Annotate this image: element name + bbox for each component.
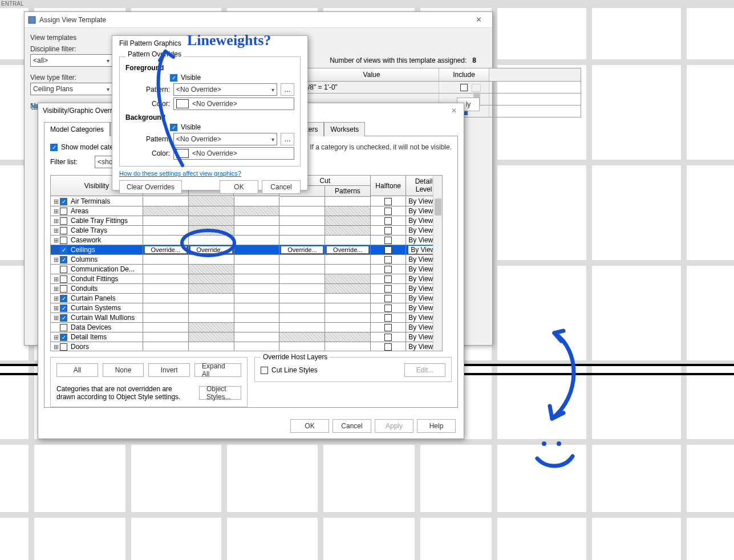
override-cell[interactable] — [189, 226, 234, 236]
halftone-checkbox[interactable] — [384, 285, 392, 293]
expand-icon[interactable]: ⊞ — [53, 246, 59, 254]
override-cell[interactable] — [325, 216, 371, 226]
halftone-cell[interactable] — [371, 284, 406, 294]
override-cell[interactable] — [279, 342, 325, 351]
category-checkbox[interactable] — [60, 217, 67, 225]
category-checkbox[interactable] — [60, 227, 67, 234]
expand-icon[interactable]: ⊞ — [53, 198, 59, 205]
edit-button[interactable]: Edit... — [404, 363, 445, 377]
override-cell[interactable] — [189, 284, 234, 294]
override-cell[interactable] — [189, 265, 234, 274]
expand-icon[interactable]: ⊞ — [53, 334, 59, 341]
category-checkbox[interactable] — [60, 285, 67, 293]
halftone-checkbox[interactable] — [384, 324, 392, 331]
override-cell[interactable] — [189, 303, 234, 313]
halftone-cell[interactable] — [371, 226, 406, 236]
table-row[interactable]: Data DevicesBy View — [51, 323, 442, 332]
table-row[interactable]: ⊞Detail ItemsBy View — [51, 332, 442, 342]
halftone-checkbox[interactable] — [384, 256, 392, 263]
fp-ok-button[interactable]: OK — [220, 180, 258, 194]
override-cell[interactable] — [279, 255, 325, 265]
table-row[interactable]: ⊞Curtain PanelsBy View — [51, 294, 442, 303]
table-row[interactable]: /8" = 1'-0" — [304, 82, 581, 94]
override-cell[interactable] — [234, 226, 280, 236]
override-cell[interactable] — [189, 236, 234, 245]
close-icon[interactable]: ✕ — [468, 13, 489, 27]
override-cell[interactable] — [234, 274, 280, 284]
help-button[interactable]: Help — [417, 419, 456, 433]
table-row[interactable]: ⊞Air TerminalsBy View — [51, 197, 442, 206]
expand-icon[interactable]: ⊞ — [53, 314, 59, 322]
override-cell[interactable] — [143, 274, 189, 284]
halftone-checkbox[interactable] — [384, 343, 392, 351]
visibility-cell[interactable]: ⊞Ceilings — [51, 245, 143, 255]
expand-icon[interactable]: ⊞ — [53, 295, 59, 302]
override-cell[interactable] — [143, 255, 189, 265]
category-checkbox[interactable] — [60, 198, 67, 205]
override-cell[interactable] — [325, 274, 371, 284]
override-cell[interactable] — [279, 332, 325, 342]
fp-help-link[interactable]: How do these settings affect view graphi… — [119, 170, 241, 177]
fg-pattern-select[interactable]: <No Override>▾ — [173, 83, 277, 96]
table-row[interactable]: ⊞Curtain SystemsBy View — [51, 303, 442, 313]
override-cell[interactable] — [325, 284, 371, 294]
expand-icon[interactable]: ⊞ — [53, 285, 59, 293]
none-button[interactable]: None — [103, 363, 144, 377]
override-cell[interactable] — [234, 332, 280, 342]
halftone-cell[interactable] — [371, 236, 406, 245]
categories-table[interactable]: Visibility Cut Patterns Halftone Detail … — [50, 175, 443, 351]
override-cell[interactable] — [143, 294, 189, 303]
override-cell[interactable] — [279, 226, 325, 236]
table-row[interactable]: ⊞ColumnsBy View — [51, 255, 442, 265]
table-row[interactable]: ⊞Cable Tray FittingsBy View — [51, 216, 442, 226]
expand-icon[interactable]: ⊞ — [53, 237, 59, 244]
expand-icon[interactable]: ⊞ — [53, 275, 59, 283]
visibility-cell[interactable]: ⊞Conduit Fittings — [51, 274, 143, 284]
halftone-checkbox[interactable] — [384, 314, 392, 322]
override-cell[interactable] — [279, 284, 325, 294]
override-cell[interactable] — [279, 274, 325, 284]
override-cell[interactable] — [234, 265, 280, 274]
override-cell[interactable] — [279, 313, 325, 323]
visibility-cell[interactable]: Communication De... — [51, 265, 143, 274]
apply-button[interactable]: Apply — [375, 419, 413, 433]
halftone-cell[interactable] — [371, 265, 406, 274]
category-checkbox[interactable] — [60, 334, 67, 341]
table-row[interactable]: Communication De...By View — [51, 265, 442, 274]
halftone-cell[interactable] — [371, 323, 406, 332]
table-row[interactable]: ⊞Conduit FittingsBy View — [51, 274, 442, 284]
override-cell[interactable]: Override... — [143, 245, 189, 255]
override-cell[interactable] — [279, 303, 325, 313]
category-checkbox[interactable] — [60, 324, 67, 331]
tab-worksets[interactable]: Worksets — [324, 122, 365, 136]
fg-pattern-browse-button[interactable]: … — [281, 83, 294, 96]
override-cell[interactable] — [189, 294, 234, 303]
halftone-cell[interactable] — [371, 303, 406, 313]
override-cell[interactable] — [234, 294, 280, 303]
category-checkbox[interactable] — [60, 237, 67, 244]
table-row[interactable]: ⊞DoorsBy View — [51, 342, 442, 351]
override-cell[interactable] — [325, 236, 371, 245]
include-checkbox[interactable] — [460, 84, 468, 91]
override-cell[interactable] — [143, 342, 189, 351]
ok-button[interactable]: OK — [290, 419, 329, 433]
override-cell[interactable] — [143, 284, 189, 294]
override-cell[interactable] — [143, 332, 189, 342]
bg-pattern-select[interactable]: <No Override>▾ — [173, 133, 277, 145]
override-cell[interactable] — [325, 265, 371, 274]
override-cell[interactable] — [189, 313, 234, 323]
view-type-filter-select[interactable]: Ceiling Plans▾ — [30, 83, 112, 95]
halftone-cell[interactable] — [371, 216, 406, 226]
invert-button[interactable]: Invert — [148, 363, 190, 377]
table-row[interactable]: ⊞CaseworkBy View — [51, 236, 442, 245]
halftone-cell[interactable] — [371, 332, 406, 342]
visibility-cell[interactable]: ⊞Cable Tray Fittings — [51, 216, 143, 226]
category-checkbox[interactable] — [60, 275, 67, 283]
override-cell[interactable] — [234, 284, 280, 294]
halftone-checkbox[interactable] — [384, 208, 392, 215]
override-cell[interactable] — [189, 206, 234, 216]
expand-icon[interactable]: ⊞ — [53, 208, 59, 215]
override-cell[interactable] — [234, 313, 280, 323]
override-cell[interactable]: Override... — [325, 245, 371, 255]
tab-model-categories[interactable]: Model Categories — [44, 122, 110, 136]
